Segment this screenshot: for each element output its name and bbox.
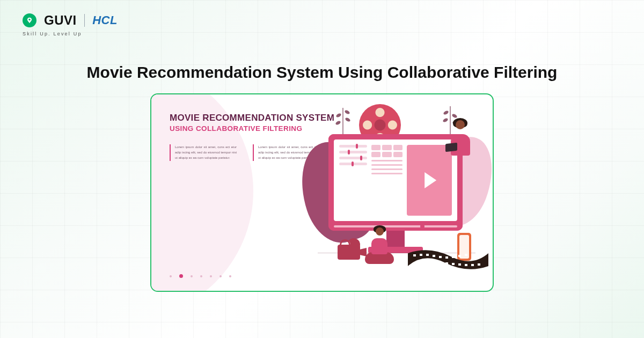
carousel-dot[interactable] [191, 275, 193, 277]
person-on-monitor-icon [447, 119, 475, 156]
film-strip-icon [408, 249, 488, 270]
svg-rect-25 [452, 263, 455, 265]
laptop-icon [445, 143, 457, 152]
svg-rect-21 [426, 263, 429, 266]
page-title: Movie Recommendation System Using Collab… [0, 63, 644, 82]
svg-rect-12 [439, 256, 442, 258]
slider-icon [339, 151, 367, 153]
carousel-dots[interactable] [170, 274, 231, 278]
logo-row: GUVI HCL [23, 13, 118, 28]
play-video-icon [407, 145, 452, 216]
guvi-wordmark: GUVI [44, 13, 77, 28]
svg-point-2 [335, 120, 341, 126]
svg-rect-17 [471, 253, 474, 255]
grid-icons [371, 145, 402, 157]
bar-row-icon [371, 168, 402, 170]
svg-rect-9 [420, 254, 422, 256]
bar-row-icon [371, 173, 402, 174]
svg-rect-24 [445, 262, 448, 264]
svg-point-0 [335, 113, 342, 118]
video-camera-icon [338, 245, 360, 260]
brand-tagline: Skill Up. Level Up [23, 31, 118, 36]
logo-divider [84, 14, 85, 27]
bar-row-icon [371, 160, 402, 161]
svg-rect-26 [458, 263, 461, 266]
svg-rect-14 [452, 256, 455, 258]
svg-point-1 [344, 109, 350, 115]
guvi-badge-icon [23, 13, 36, 27]
svg-rect-27 [465, 264, 467, 266]
lorem-columns: Lorem ipsum dolor sit amet, cons ect etu… [170, 144, 320, 161]
svg-rect-16 [465, 254, 467, 256]
svg-point-3 [345, 117, 351, 122]
carousel-dot[interactable] [200, 275, 202, 277]
svg-rect-20 [420, 263, 422, 266]
carousel-dot[interactable] [210, 275, 212, 277]
svg-rect-22 [433, 263, 435, 265]
person-sitting-icon [362, 225, 400, 264]
lorem-col-1: Lorem ipsum dolor sit amet, cons ect etu… [170, 144, 237, 161]
hero-card: MOVIE RECOMMENDATION SYSTEM USING COLLAB… [150, 93, 494, 292]
svg-rect-15 [458, 255, 461, 257]
svg-rect-13 [445, 256, 448, 259]
slider-icon [339, 157, 367, 159]
screen-sliders [339, 145, 367, 216]
svg-rect-8 [413, 254, 416, 256]
carousel-dot[interactable] [229, 275, 231, 277]
illustration-group [308, 103, 485, 280]
bar-row-icon [371, 164, 402, 166]
lorem-text-1: Lorem ipsum dolor sit amet, cons ect etu… [175, 144, 237, 161]
hcl-wordmark: HCL [92, 13, 118, 27]
carousel-dot[interactable] [219, 275, 222, 277]
svg-rect-11 [433, 255, 435, 257]
svg-rect-19 [413, 263, 416, 265]
svg-rect-18 [478, 253, 480, 255]
svg-rect-10 [426, 254, 429, 256]
slider-icon [339, 145, 367, 148]
screen-grid [371, 145, 402, 216]
slider-icon [339, 163, 367, 165]
monitor-screen [334, 139, 457, 221]
monitor-icon [328, 134, 463, 231]
svg-rect-29 [478, 263, 480, 266]
svg-point-4 [443, 110, 449, 115]
carousel-dot[interactable] [170, 275, 172, 277]
svg-rect-23 [439, 262, 442, 264]
carousel-dot-active[interactable] [179, 274, 183, 278]
svg-point-5 [451, 113, 458, 119]
header-logo-block: GUVI HCL Skill Up. Level Up [23, 13, 118, 36]
svg-rect-28 [471, 264, 474, 266]
